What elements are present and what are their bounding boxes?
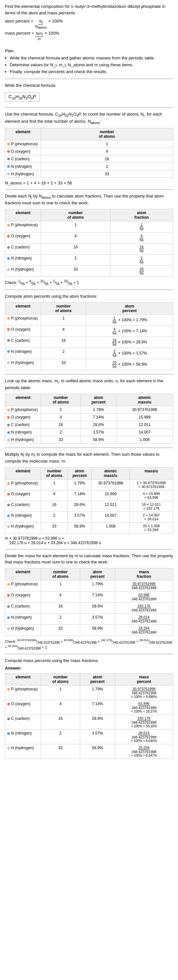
fraction-check: Check: 1/56 + 4/56 + 16/56 + 2/56 + 33/5… [5,280,173,286]
plan-item-2: Determine values for N_i, m_i, N_atoms a… [10,62,173,68]
table-row: C (carbon) 16 28.6% 192.176348.423761998… [5,714,173,729]
count-table: element numberof atoms P (phosphorus) 1 … [5,128,173,178]
mass-frac-heading: Divide the mass for each element by m to… [5,553,173,565]
table-row: P (phosphorus) 1 [5,140,173,148]
col-num-atoms: numberof atoms [41,128,173,140]
col-atomic-mass: atomicmass/u [117,394,173,406]
col-atom-pct: atompercent [81,394,117,406]
col-atom-pct: atompercent [80,673,115,685]
table-row: O (oxygen) 4 7.14% 63.996348.423761998 ×… [5,700,173,714]
table-row: C (carbon) 16 28.6% 12.011 16 × 12.011= … [5,501,173,512]
table-row: P (phosphorus) 1 1.79% 30.973761998 1 × … [5,479,173,490]
element-o: O (oxygen) [5,148,41,155]
atomic-mass-heading: Look up the atomic mass, mi, in unified … [5,378,173,391]
mass-pct-heading: Compute mass percents using the mass fra… [5,657,173,664]
element-p: P (phosphorus) [5,685,41,700]
element-c: C (carbon) [5,602,41,613]
table-row: C (carbon) 16 1656 [5,243,173,254]
atoms-h: 33 [41,170,173,178]
table-row: N (nitrogen) 2 3.57% 28.014348.423761998… [5,729,173,744]
col-mass-pct: masspercent [115,673,173,685]
plan-list: Write the chemical formula and gather at… [10,55,173,75]
element-c: C (carbon) [5,501,41,512]
element-p: P (phosphorus) [5,314,41,326]
table-row: N (nitrogen) 2 3.57% 14.007 [5,428,173,436]
element-p: P (phosphorus) [5,406,41,413]
table-row: N (nitrogen) 2 256 [5,254,173,266]
plan-label: Plan: [5,48,173,53]
element-p: P (phosphorus) [5,140,41,148]
table-row: O (oxygen) 4 456 [5,232,173,243]
element-p: P (phosphorus) [5,221,41,232]
col-num-atoms: numberof atoms [41,394,81,406]
page-container: Find the elemental composition for 1–but… [0,0,178,766]
mass-percent-answer-section: Compute mass percents using the mass fra… [5,657,173,759]
element-h: H (hydrogen) [5,436,41,443]
table-row: H (hydrogen) 33 [5,170,173,178]
count-section: Use the chemical formula, C16H33N2O4P, t… [5,111,173,185]
atom-percent-section: Compute atom percents using the atom fra… [5,293,173,370]
divider-1 [5,79,173,79]
col-element: element [5,128,41,140]
atom-percent-heading: Compute atom percents using the atom fra… [5,293,173,300]
mass-percent-table: element numberof atoms atompercent massp… [5,673,173,759]
table-row: C (carbon) 16 28.6% 192.176348.423761998 [5,602,173,613]
element-c: C (carbon) [5,337,41,348]
table-row: H (hydrogen) 33 58.9% 33.264348.42376199… [5,625,173,636]
col-atom-pct: atompercent [68,467,91,479]
chemical-formula: C16H33N2O4P [5,92,39,102]
mass-percent-formula: mass percent = Nimim × 100% [5,31,173,40]
atoms-n: 2 [41,162,173,170]
atom-fraction-table: element numberof atoms atomfraction P (p… [5,209,173,277]
divider-6 [5,447,173,448]
table-row: O (oxygen) 4 7.14% 63.996348.423761998 [5,591,173,602]
col-num-atoms: numberof atoms [41,673,80,685]
col-element: element [5,467,41,479]
col-num-atoms: numberof atoms [41,467,68,479]
atoms-c: 16 [41,155,173,162]
table-row: P (phosphorus) 1 1.79% 30.973761998 [5,406,173,413]
divider-5 [5,374,173,374]
table-row: N (nitrogen) 2 3.57% 14.007 2 × 14.007= … [5,512,173,522]
col-num-atoms: numberof atoms [41,568,80,580]
element-h: H (hydrogen) [5,625,41,636]
table-row: P (phosphorus) 1 1.79% 30.973761998348.4… [5,580,173,591]
table-row: P (phosphorus) 1 156 [5,221,173,232]
atomic-mass-section: Look up the atomic mass, mi, in unified … [5,378,173,444]
element-p: P (phosphorus) [5,479,41,490]
molecular-mass-section: Multiply Ni by mi to compute the mass fo… [5,451,173,545]
answer-label: Answer: [5,666,173,671]
col-atom-frac: atomfraction [110,209,173,221]
atoms-o: 4 [41,148,173,155]
plan-item-3: Finally, compute the percents and check … [10,69,173,75]
element-h: H (hydrogen) [5,744,41,759]
table-row: H (hydrogen) 33 58.9% 33.264348.42376199… [5,744,173,759]
mass-fraction-section: Divide the mass for each element by m to… [5,553,173,650]
table-row: C (carbon) 16 1656 × 100% = 28.6% [5,337,173,348]
col-num-atoms: numberof atoms [41,302,86,314]
table-row: H (hydrogen) 33 3356 [5,266,173,277]
element-p: P (phosphorus) [5,580,41,591]
table-row: C (carbon) 16 28.6% 12.011 [5,421,173,428]
col-element: element [5,302,41,314]
col-mass-frac: massfraction [115,568,173,580]
element-c: C (carbon) [5,243,41,254]
formula-section: Write the chemical formula: C16H33N2O4P [5,82,173,103]
element-c: C (carbon) [5,155,41,162]
intro-title: Find the elemental composition for 1–but… [5,3,173,16]
element-n: N (nitrogen) [5,512,41,522]
atomic-mass-table: element numberof atoms atompercent atomi… [5,394,173,444]
col-num-atoms: numberof atoms [41,209,110,221]
element-n: N (nitrogen) [5,348,41,359]
table-row: H (hydrogen) 33 58.9% 1.008 33 × 1.008= … [5,522,173,533]
natoms-eq: N_atoms = 1 + 4 + 16 + 2 + 33 = 56 [5,181,173,185]
element-o: O (oxygen) [5,413,41,421]
element-h: H (hydrogen) [5,359,41,370]
atom-fraction-section: Divide each Ni by Natoms to calculate at… [5,193,173,286]
element-h: H (hydrogen) [5,522,41,533]
table-row: O (oxygen) 4 [5,148,173,155]
atom-fraction-heading: Divide each Ni by Natoms to calculate at… [5,193,173,206]
element-o: O (oxygen) [5,700,41,714]
element-n: N (nitrogen) [5,162,41,170]
col-element: element [5,673,41,685]
